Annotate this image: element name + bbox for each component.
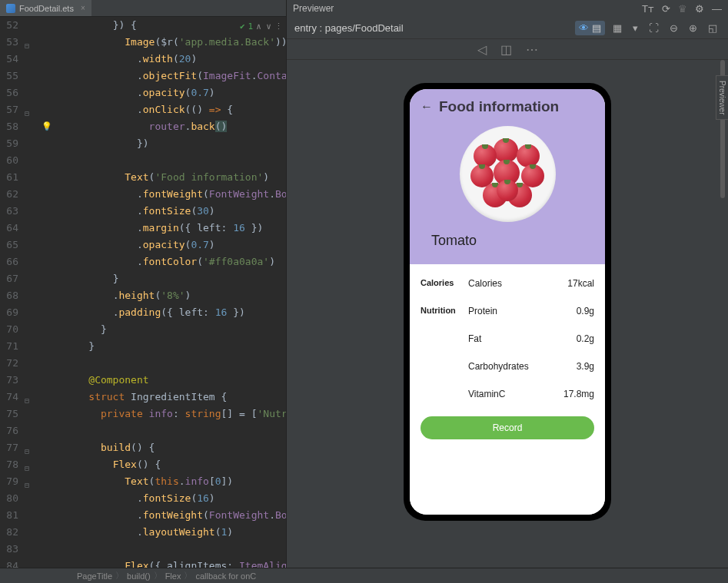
font-icon[interactable]: Tᴛ [642, 3, 654, 15]
close-icon[interactable]: × [81, 4, 85, 12]
food-image [421, 115, 594, 228]
editor-tab-bar: FoodDetail.ets × [0, 0, 286, 17]
nutrition-row: Fat0.2g [421, 333, 594, 344]
editor-body[interactable]: ✔1 ∧ ∨ ⋮ 5253545556575859606162636465666… [0, 17, 286, 568]
chevron-down-icon[interactable]: ▾ [630, 21, 641, 35]
nutrition-row: NutritionProtein0.9g [421, 306, 594, 316]
code-content[interactable]: }) { Image($r('app.media.Back')) .width(… [34, 17, 286, 568]
inspector-toggle[interactable]: 👁 ▤ [575, 21, 605, 35]
back-arrow-icon[interactable]: ← [421, 100, 433, 114]
app-header: ← Food information [410, 89, 605, 264]
page-title: Food information [439, 98, 559, 115]
preview-scrollbar[interactable] [720, 60, 725, 568]
row-value: 3.9g [556, 361, 594, 372]
breadcrumb[interactable]: PageTitle〉build()〉Flex〉callback for onC [0, 568, 728, 583]
row-key: Fat [468, 333, 556, 344]
previewer-titlebar: Previewer Tᴛ ⟳ ♛ ⚙ — [287, 0, 728, 17]
nav-split-icon[interactable]: ◫ [500, 42, 512, 57]
zoom-out-icon[interactable]: ⊖ [667, 21, 681, 35]
tab-filename: FoodDetail.ets [19, 4, 74, 13]
device-canvas: Previewer ← Food information [287, 60, 728, 568]
grid-icon[interactable]: ▦ [610, 21, 625, 35]
code-editor-pane: FoodDetail.ets × ✔1 ∧ ∨ ⋮ 52535455565758… [0, 0, 286, 568]
rotate-icon[interactable]: ◱ [705, 21, 720, 35]
record-button[interactable]: Record [421, 416, 594, 439]
minimize-icon[interactable]: — [712, 3, 722, 15]
previewer-side-tab[interactable]: Previewer [716, 75, 728, 120]
food-name: Tomato [421, 228, 594, 257]
previewer-entry-bar: entry : pages/FoodDetail 👁 ▤ ▦ ▾ ⛶ ⊖ ⊕ ◱ [287, 17, 728, 38]
ets-file-icon [6, 4, 15, 13]
row-key: Calories [468, 278, 556, 289]
expand-icon[interactable]: ⛶ [646, 21, 662, 35]
device-screen[interactable]: ← Food information [410, 89, 605, 515]
row-label: Calories [421, 278, 468, 289]
row-label [421, 333, 468, 344]
line-gutter[interactable]: 5253545556575859606162636465666768697071… [0, 17, 23, 568]
eye-icon: 👁 [579, 22, 589, 34]
row-key: VitaminC [468, 389, 556, 399]
trophy-icon[interactable]: ♛ [678, 3, 687, 15]
row-key: Protein [468, 306, 556, 316]
entry-path: entry : pages/FoodDetail [294, 22, 404, 34]
previewer-navbar: ◁ ◫ ⋯ [287, 38, 728, 60]
row-key: Carbohydrates [468, 361, 556, 372]
nav-more-icon[interactable]: ⋯ [526, 42, 538, 57]
row-value: 0.9g [556, 306, 594, 316]
gear-icon[interactable]: ⚙ [695, 3, 704, 15]
refresh-icon[interactable]: ⟳ [662, 3, 670, 15]
row-label: Nutrition [421, 306, 468, 316]
row-label [421, 361, 468, 372]
nutrition-row: CaloriesCalories17kcal [421, 278, 594, 289]
editor-tab[interactable]: FoodDetail.ets × [0, 0, 91, 16]
previewer-pane: Previewer Tᴛ ⟳ ♛ ⚙ — entry : pages/FoodD… [286, 0, 728, 568]
fold-gutter[interactable]: ⊟⊟⊟⊟⊟⊟ [23, 17, 34, 568]
zoom-in-icon[interactable]: ⊕ [686, 21, 700, 35]
layers-icon: ▤ [592, 22, 601, 34]
nav-back-icon[interactable]: ◁ [477, 42, 487, 57]
nutrition-row: VitaminC17.8mg [421, 389, 594, 399]
row-label [421, 389, 468, 399]
nutrition-panel: CaloriesCalories17kcalNutritionProtein0.… [410, 264, 605, 515]
nutrition-row: Carbohydrates3.9g [421, 361, 594, 372]
row-value: 17.8mg [556, 389, 594, 399]
previewer-title: Previewer [293, 3, 334, 14]
device-frame: ← Food information [404, 83, 611, 521]
row-value: 17kcal [556, 278, 594, 289]
row-value: 0.2g [556, 333, 594, 344]
